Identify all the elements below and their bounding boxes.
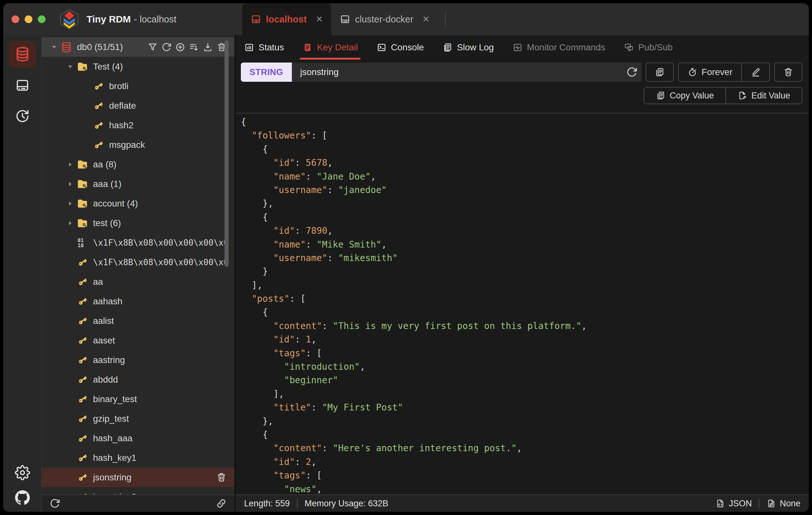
close-window-button[interactable] <box>11 16 19 23</box>
window-title: Tiny RDM- localhost <box>87 14 176 25</box>
rename-key-button[interactable] <box>741 63 770 81</box>
rail-item-database[interactable] <box>9 41 36 67</box>
tree-folder-aaa_1_[interactable]: aaa (1) <box>42 174 234 194</box>
tree-key-aaset[interactable]: aaset <box>42 331 234 350</box>
tree-key-_x1F_x8B_x08_x00_x00_x00_x00_[interactable]: 0110\x1F\x8B\x08\x00\x00\x00\x00... <box>42 233 234 252</box>
tree-folder-Test_4_[interactable]: Test (4) <box>42 57 234 76</box>
caret-down-icon[interactable] <box>48 43 60 51</box>
tree-folder-aa_8_[interactable]: aa (8) <box>42 154 234 174</box>
tree-key-jsonstring2[interactable]: jsonstring2 <box>42 487 234 494</box>
caret-right-icon[interactable] <box>64 160 76 169</box>
tree-key-hash_aaa[interactable]: hash_aaa <box>42 428 234 448</box>
json-line: "introduction", <box>241 360 809 374</box>
rail-item-history[interactable] <box>15 108 30 124</box>
json-line: }, <box>241 414 809 428</box>
tree-folder-account_4_[interactable]: account (4) <box>42 194 234 213</box>
value-viewer[interactable]: { "followers": [ { "id": 5678, "name": "… <box>236 113 809 494</box>
tree-key-gzip_test[interactable]: gzip_test <box>42 409 234 428</box>
ttl-button[interactable]: Forever <box>678 63 741 81</box>
tree-key-jsonstring[interactable]: jsonstring <box>42 467 234 487</box>
tab-label: Slow Log <box>457 42 494 53</box>
tree-folder-test_6_[interactable]: test (6) <box>42 213 234 233</box>
tree-item-label: aa <box>93 277 103 287</box>
tree-toolbar <box>147 42 227 52</box>
json-line: "username": "mikesmith" <box>241 251 809 265</box>
tree-key-abddd[interactable]: abddd <box>42 370 234 389</box>
copy-key-button[interactable] <box>645 62 674 82</box>
minimize-window-button[interactable] <box>25 16 32 23</box>
refresh-key-icon[interactable] <box>626 66 638 78</box>
tab-status[interactable]: Status <box>244 35 284 60</box>
tree-item-label: test (6) <box>93 218 121 228</box>
tab-pub-sub[interactable]: Pub/Sub <box>624 35 672 60</box>
tree-key-aalist[interactable]: aalist <box>42 311 234 331</box>
ttl-label: Forever <box>702 67 732 77</box>
json-line: }, <box>241 197 809 210</box>
caret-right-icon[interactable] <box>64 199 76 208</box>
rail-item-server[interactable] <box>15 78 30 93</box>
decode-selector[interactable]: None <box>766 499 801 509</box>
ttl-edit-group: Forever <box>678 62 770 82</box>
json-line: "name": "Mike Smith", <box>241 238 809 251</box>
tree-key-deflate[interactable]: deflate <box>42 96 234 115</box>
reload-tree-icon[interactable] <box>49 498 60 509</box>
import-icon[interactable] <box>203 42 213 52</box>
tree-key-msgpack[interactable]: msgpack <box>42 135 234 154</box>
close-tab-icon[interactable]: ✕ <box>423 14 430 24</box>
caret-right-icon[interactable] <box>64 219 76 227</box>
tab-slow-log[interactable]: Slow Log <box>442 35 494 60</box>
copy-value-button[interactable]: Copy Value <box>644 88 725 104</box>
key-icon <box>76 432 88 445</box>
tree-footer <box>42 494 234 512</box>
key-icon <box>76 315 88 327</box>
value-action-row: Copy Value Edit Value <box>241 87 802 104</box>
json-line: } <box>241 265 809 278</box>
json-line: "content": "Here's another interesting p… <box>241 441 809 455</box>
github-icon[interactable] <box>15 490 30 505</box>
refresh-icon[interactable] <box>161 42 172 52</box>
filter-icon[interactable] <box>147 42 158 52</box>
json-line: "title": "My First Post" <box>241 401 809 414</box>
edit-value-label: Edit Value <box>751 91 790 101</box>
add-icon[interactable] <box>175 42 185 52</box>
json-line: "posts": [ <box>241 292 809 306</box>
tree-key-binary_test[interactable]: binary_test <box>42 389 234 409</box>
delete-key-button[interactable] <box>774 62 802 82</box>
connection-tab-cluster-docker[interactable]: cluster-docker✕ <box>331 3 438 35</box>
tree-key-brotli[interactable]: brotli <box>42 76 234 96</box>
connection-tab-localhost[interactable]: localhost✕ <box>242 3 331 35</box>
tree-item-label: aa (8) <box>93 160 116 170</box>
main-panel: StatusKey DetailConsoleSlow LogMonitor C… <box>236 35 809 512</box>
caret-right-icon[interactable] <box>64 180 76 188</box>
json-line: ], <box>241 279 809 292</box>
tab-key-detail[interactable]: Key Detail <box>302 35 358 60</box>
zoom-window-button[interactable] <box>38 16 46 23</box>
tree-item-label: jsonstring2 <box>93 492 136 495</box>
settings-gear-icon[interactable] <box>15 465 30 480</box>
tree-item-label: Test (4) <box>93 62 123 72</box>
link-icon[interactable] <box>216 498 227 509</box>
view-format-selector[interactable]: JSON <box>716 499 752 509</box>
tree-item-label: aalist <box>93 316 114 326</box>
tree-item-label: aaa (1) <box>93 179 121 189</box>
close-tab-icon[interactable]: ✕ <box>316 14 323 24</box>
key-icon <box>76 295 88 308</box>
key-name-field[interactable]: jsonstring <box>292 62 641 82</box>
tab-label: Monitor Commands <box>527 42 605 53</box>
delete-icon[interactable] <box>216 472 227 483</box>
tree-scrollbar[interactable] <box>225 40 229 267</box>
tree-db-db0_51_51_[interactable]: db0 (51/51) <box>42 37 234 57</box>
tree-key-hash2[interactable]: hash2 <box>42 115 234 135</box>
tree-key-hash_key1[interactable]: hash_key1 <box>42 448 234 467</box>
sort-icon[interactable] <box>189 42 199 52</box>
tree-key-aa[interactable]: aa <box>42 272 234 291</box>
edit-value-button[interactable]: Edit Value <box>725 88 802 104</box>
tree-key-_x1F_x8B_x08_x00_x00_x00_x00_[interactable]: \x1F\x8B\x08\x00\x00\x00\x00... <box>42 252 234 272</box>
tab-console[interactable]: Console <box>377 35 424 60</box>
tree-key-aahash[interactable]: aahash <box>42 291 234 311</box>
caret-down-icon[interactable] <box>64 62 76 71</box>
key-icon <box>76 374 88 386</box>
connection-tab-label: cluster-docker <box>355 14 413 25</box>
tree-key-aastring[interactable]: aastring <box>42 350 234 370</box>
tab-monitor-commands[interactable]: Monitor Commands <box>513 35 605 60</box>
